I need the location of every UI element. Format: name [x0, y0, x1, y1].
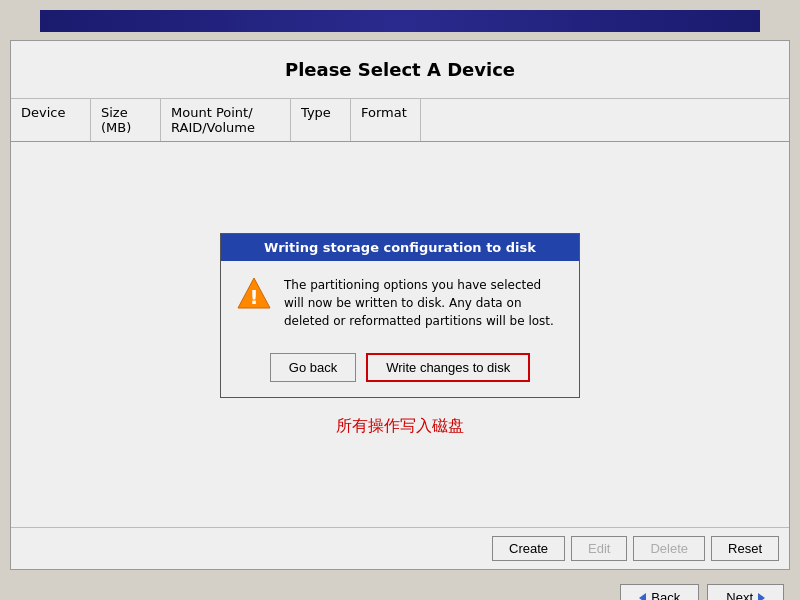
- warning-icon: !: [236, 276, 272, 312]
- delete-button[interactable]: Delete: [633, 536, 705, 561]
- main-container: Please Select A Device Device Size(MB) M…: [10, 40, 790, 570]
- table-header: Device Size(MB) Mount Point/RAID/Volume …: [11, 99, 789, 142]
- back-button[interactable]: Back: [620, 584, 699, 600]
- dialog-title: Writing storage configuration to disk: [221, 234, 579, 261]
- chinese-label: 所有操作写入磁盘: [336, 416, 464, 437]
- dialog-buttons: Go back Write changes to disk: [221, 345, 579, 397]
- next-button[interactable]: Next: [707, 584, 784, 600]
- next-label: Next: [726, 590, 753, 600]
- create-button[interactable]: Create: [492, 536, 565, 561]
- col-mount: Mount Point/RAID/Volume: [161, 99, 291, 141]
- back-arrow-icon: [639, 593, 646, 601]
- svg-text:!: !: [249, 285, 258, 309]
- dialog-box: Writing storage configuration to disk ! …: [220, 233, 580, 398]
- next-arrow-icon: [758, 593, 765, 601]
- reset-button[interactable]: Reset: [711, 536, 779, 561]
- col-format: Format: [351, 99, 421, 141]
- page-title: Please Select A Device: [11, 41, 789, 99]
- dialog-body: ! The partitioning options you have sele…: [221, 261, 579, 345]
- edit-button[interactable]: Edit: [571, 536, 627, 561]
- content-area: Writing storage configuration to disk ! …: [11, 142, 789, 527]
- dialog-message: The partitioning options you have select…: [284, 276, 564, 330]
- back-label: Back: [651, 590, 680, 600]
- write-changes-button[interactable]: Write changes to disk: [366, 353, 530, 382]
- goback-button[interactable]: Go back: [270, 353, 356, 382]
- top-bar: [40, 10, 760, 32]
- col-type: Type: [291, 99, 351, 141]
- col-device: Device: [11, 99, 91, 141]
- nav-buttons: Back Next: [0, 578, 800, 600]
- col-size: Size(MB): [91, 99, 161, 141]
- bottom-buttons-area: Create Edit Delete Reset: [11, 527, 789, 569]
